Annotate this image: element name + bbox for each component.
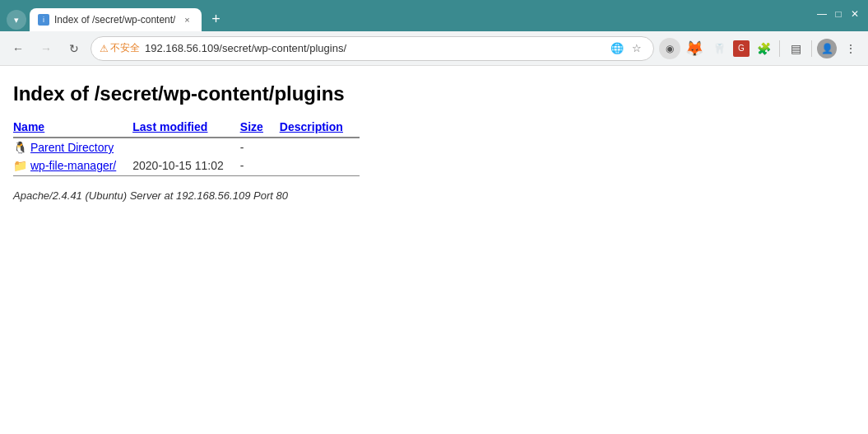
new-tab-button[interactable]: +: [205, 8, 226, 30]
bookmark-icon[interactable]: ☆: [629, 40, 645, 57]
security-indicator: ⚠ 不安全: [100, 41, 140, 55]
entry-lastmod-cell: [132, 138, 240, 157]
page-title: Index of /secret/wp-content/plugins: [13, 82, 855, 105]
entry-desc-cell: [280, 156, 360, 175]
table-row: 🐧Parent Directory-: [13, 138, 360, 157]
forward-button[interactable]: →: [35, 37, 58, 60]
profile-avatar[interactable]: 👤: [817, 39, 837, 58]
footer-divider-cell: [13, 175, 360, 175]
col-name-header[interactable]: Name: [13, 119, 132, 138]
tab-dropdown-button[interactable]: ▾: [7, 10, 26, 30]
extension-icon-2[interactable]: 🦷: [708, 38, 730, 59]
col-name-link[interactable]: Name: [13, 120, 44, 133]
col-size-header[interactable]: Size: [240, 119, 280, 138]
back-button[interactable]: ←: [7, 37, 30, 60]
col-lastmod-header[interactable]: Last modified: [132, 119, 240, 138]
col-size-link[interactable]: Size: [240, 120, 263, 133]
browser-window: ▾ i Index of /secret/wp-content/ × + — □…: [0, 0, 868, 434]
server-info: Apache/2.4.41 (Ubuntu) Server at 192.168…: [13, 189, 855, 202]
browser-menu-button[interactable]: ⋮: [840, 38, 861, 59]
divider2: [811, 40, 812, 57]
entry-icon: 🐧: [13, 141, 27, 154]
navigation-bar: ← → ↻ ⚠ 不安全 192.168.56.109/secret/wp-con…: [0, 31, 868, 66]
page-content: Index of /secret/wp-content/plugins Name…: [0, 66, 868, 434]
sidebar-toggle-icon[interactable]: ▤: [785, 38, 806, 59]
entry-link[interactable]: Parent Directory: [30, 141, 114, 154]
title-bar: ▾ i Index of /secret/wp-content/ × + — □…: [0, 0, 868, 31]
window-controls: — □ ✕: [815, 7, 861, 21]
entry-name-cell: 🐧Parent Directory: [13, 138, 132, 157]
fox-extension-icon[interactable]: 🦊: [684, 38, 705, 59]
extension-circle-icon[interactable]: ◉: [659, 38, 680, 59]
tab-title: Index of /secret/wp-content/: [54, 14, 175, 26]
address-text[interactable]: 192.168.56.109/secret/wp-content/plugins…: [145, 42, 604, 54]
table-row: 📁wp-file-manager/2020-10-15 11:02-: [13, 156, 360, 175]
entry-icon: 📁: [13, 159, 27, 172]
tab-close-button[interactable]: ×: [180, 13, 193, 26]
red-extension-icon[interactable]: G: [733, 40, 750, 57]
divider: [779, 40, 780, 57]
security-label: 不安全: [110, 41, 140, 55]
entry-link[interactable]: wp-file-manager/: [30, 159, 116, 172]
tab-favicon: i: [38, 14, 49, 26]
col-desc-header[interactable]: Description: [280, 119, 360, 138]
minimize-button[interactable]: —: [815, 7, 829, 21]
directory-tbody: 🐧Parent Directory-📁wp-file-manager/2020-…: [13, 138, 360, 175]
browser-icons: ◉ 🦊 🦷 G 🧩 ▤ 👤 ⋮: [659, 38, 861, 59]
maximize-button[interactable]: □: [832, 7, 845, 21]
avatar-image: 👤: [821, 43, 833, 54]
col-lastmod-link[interactable]: Last modified: [132, 120, 207, 133]
directory-table: Name Last modified Size Description: [13, 119, 360, 176]
browser-tab[interactable]: i Index of /secret/wp-content/ ×: [30, 8, 202, 31]
reload-button[interactable]: ↻: [63, 37, 86, 60]
address-bar[interactable]: ⚠ 不安全 192.168.56.109/secret/wp-content/p…: [91, 36, 654, 61]
extensions-icon[interactable]: 🧩: [753, 38, 774, 59]
entry-desc-cell: [280, 138, 360, 157]
warning-icon: ⚠: [100, 43, 109, 54]
tab-area: ▾ i Index of /secret/wp-content/ × +: [7, 0, 810, 31]
translate-icon[interactable]: 🌐: [609, 40, 625, 57]
entry-size-cell: -: [240, 138, 280, 157]
footer-divider-row: [13, 175, 360, 175]
col-desc-link[interactable]: Description: [280, 120, 343, 133]
table-footer: [13, 175, 360, 175]
entry-size-cell: -: [240, 156, 280, 175]
red-icon-label: G: [738, 44, 745, 53]
entry-lastmod-cell: 2020-10-15 11:02: [132, 156, 240, 175]
entry-name-cell: 📁wp-file-manager/: [13, 156, 132, 175]
close-window-button[interactable]: ✕: [848, 7, 861, 21]
table-header-row: Name Last modified Size Description: [13, 119, 360, 138]
address-icons: 🌐 ☆: [609, 40, 645, 57]
